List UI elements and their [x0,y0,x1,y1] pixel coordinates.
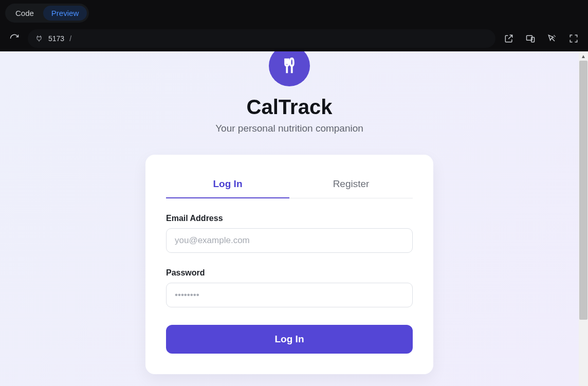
open-external-button[interactable] [502,31,516,46]
url-port: 5173 [48,34,64,43]
external-link-icon [504,33,514,44]
vertical-scrollbar[interactable]: ▲ ▼ [579,51,588,386]
app-background: CalTrack Your personal nutrition compani… [0,51,579,386]
tab-code[interactable]: Code [7,6,42,21]
login-button[interactable]: Log In [166,325,413,354]
password-input[interactable] [166,283,413,307]
email-label: Email Address [166,214,413,223]
tab-code-label: Code [15,9,34,17]
auth-card: Log In Register Email Address Password [145,155,433,374]
email-input[interactable] [166,228,413,253]
tab-switcher: Code Preview [5,4,89,23]
editor-tabs: Code Preview [0,0,588,26]
tab-login-label: Log In [213,178,243,189]
app-logo [269,51,310,86]
tab-register[interactable]: Register [289,174,413,198]
scroll-track[interactable] [579,61,588,377]
field-email: Email Address [166,214,413,253]
tab-preview[interactable]: Preview [43,6,87,21]
scroll-up-arrow[interactable]: ▲ [579,51,588,61]
tab-preview-label: Preview [51,9,79,17]
svg-rect-1 [531,38,535,42]
password-label: Password [166,268,413,278]
preview-toolbar: 5173 / [0,26,588,51]
inspect-button[interactable] [545,31,559,46]
url-bar[interactable]: 5173 / [28,29,495,48]
app-container: CalTrack Your personal nutrition compani… [104,51,474,374]
app-subtitle: Your personal nutrition companion [104,123,474,134]
plug-icon [35,34,43,43]
responsive-button[interactable] [523,31,538,46]
fullscreen-button[interactable] [566,31,581,46]
scroll-thumb[interactable] [579,61,587,320]
preview-viewport-row: CalTrack Your personal nutrition compani… [0,51,588,386]
preview-frame: CalTrack Your personal nutrition compani… [0,51,579,386]
maximize-icon [568,33,579,44]
app-title: CalTrack [104,96,474,119]
cursor-click-icon [547,33,557,44]
devices-icon [525,33,536,44]
tab-register-label: Register [333,178,370,189]
toolbar-right [502,31,581,46]
utensils-icon [280,56,299,76]
refresh-button[interactable] [7,31,22,46]
field-password: Password [166,268,413,307]
tab-login[interactable]: Log In [166,174,289,198]
refresh-icon [9,33,20,44]
url-path: / [69,34,71,43]
auth-tabs: Log In Register [166,174,413,198]
